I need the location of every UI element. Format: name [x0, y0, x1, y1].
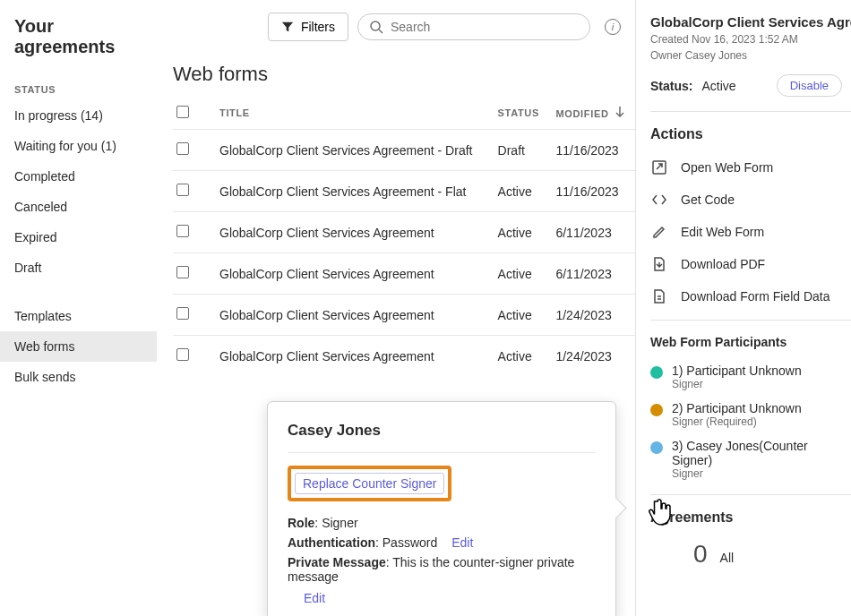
action-label: Open Web Form: [681, 160, 773, 175]
sidebar-group-item[interactable]: Web forms: [0, 331, 157, 362]
search-field[interactable]: [357, 13, 590, 40]
action-pdf[interactable]: Download PDF: [650, 248, 851, 280]
filter-icon: [281, 21, 294, 33]
table-row[interactable]: GlobalCorp Client Services AgreementActi…: [173, 295, 635, 336]
row-checkbox[interactable]: [176, 184, 189, 196]
row-status: Draft: [491, 130, 549, 171]
edit-icon: [650, 224, 668, 240]
row-checkbox[interactable]: [176, 142, 189, 155]
search-icon: [369, 20, 383, 34]
info-icon[interactable]: i: [605, 19, 621, 35]
code-icon: [650, 192, 668, 208]
row-status: Active: [491, 212, 549, 253]
action-code[interactable]: Get Code: [650, 184, 851, 216]
row-title: GlobalCorp Client Services Agreement - F…: [212, 171, 491, 212]
participant-row[interactable]: 2) Participant UnknownSigner (Required): [650, 396, 851, 433]
action-download[interactable]: Download Form Field Data: [650, 280, 851, 312]
status-heading: STATUS: [0, 79, 157, 100]
participant-name: 2) Participant Unknown: [672, 401, 802, 415]
detail-owner: Owner Casey Jones: [650, 49, 851, 62]
participant-popover: Casey Jones Replace Counter Signer Role:…: [267, 401, 616, 616]
sidebar-group-item[interactable]: Bulk sends: [0, 362, 157, 392]
auth-label: Authentication: [288, 535, 375, 550]
agreements-heading: Agreements: [650, 494, 851, 535]
sidebar-status-item[interactable]: Expired: [0, 222, 157, 252]
sidebar-group-item[interactable]: Templates: [0, 301, 157, 331]
row-status: Active: [491, 336, 549, 377]
search-input[interactable]: [391, 20, 579, 34]
participant-dot-icon: [650, 441, 663, 454]
sidebar-status-item[interactable]: Completed: [0, 161, 157, 192]
action-label: Edit Web Form: [681, 225, 764, 239]
agreements-count: 0: [693, 540, 708, 569]
table-row[interactable]: GlobalCorp Client Services Agreement - D…: [173, 130, 635, 171]
table-row[interactable]: GlobalCorp Client Services AgreementActi…: [173, 212, 635, 253]
table-row[interactable]: GlobalCorp Client Services AgreementActi…: [173, 253, 635, 295]
row-modified: 11/16/2023: [548, 171, 635, 212]
participant-dot-icon: [650, 404, 663, 416]
row-title: GlobalCorp Client Services Agreement: [212, 212, 491, 253]
participant-role: Signer: [672, 378, 802, 390]
participant-name: 1) Participant Unknown: [672, 364, 802, 378]
table-row[interactable]: GlobalCorp Client Services Agreement - F…: [173, 171, 635, 212]
row-modified: 1/24/2023: [548, 295, 635, 336]
status-value: Active: [701, 79, 735, 93]
svg-point-0: [371, 21, 380, 30]
page-title: Your agreements: [0, 16, 157, 79]
row-modified: 11/16/2023: [548, 130, 635, 171]
sidebar-status-item[interactable]: Waiting for you (1): [0, 131, 157, 161]
row-checkbox[interactable]: [176, 266, 189, 278]
sidebar-status-item[interactable]: In progress (14): [0, 100, 157, 131]
action-label: Get Code: [681, 192, 735, 207]
col-title[interactable]: TITLE: [212, 97, 491, 130]
detail-title: GlobalCorp Client Services Agreement: [650, 14, 851, 30]
participant-row[interactable]: 3) Casey Jones(Counter Signer)Signer: [650, 433, 851, 485]
svg-line-1: [379, 30, 383, 33]
participant-row[interactable]: 1) Participant UnknownSigner: [650, 358, 851, 396]
sidebar-status-item[interactable]: Draft: [0, 252, 157, 283]
row-title: GlobalCorp Client Services Agreement: [212, 253, 491, 295]
col-modified[interactable]: MODIFIED: [548, 97, 635, 130]
replace-highlight: Replace Counter Signer: [288, 466, 451, 501]
action-label: Download Form Field Data: [681, 289, 830, 304]
action-open[interactable]: Open Web Form: [650, 151, 851, 184]
select-all-checkbox[interactable]: [176, 106, 189, 118]
row-status: Active: [491, 295, 549, 336]
replace-counter-signer-link[interactable]: Replace Counter Signer: [295, 473, 444, 494]
sort-down-icon: [615, 107, 624, 117]
actions-heading: Actions: [650, 112, 851, 151]
row-modified: 6/11/2023: [548, 212, 635, 253]
row-checkbox[interactable]: [176, 225, 189, 237]
row-checkbox[interactable]: [176, 348, 189, 361]
row-status: Active: [491, 171, 549, 212]
col-status[interactable]: STATUS: [491, 97, 549, 130]
webforms-table: TITLE STATUS MODIFIED GlobalCorp Client …: [173, 97, 635, 376]
pm-label: Private Message: [288, 555, 386, 569]
participant-role: Signer (Required): [672, 415, 802, 428]
status-label: Status:: [650, 79, 692, 93]
participants-heading: Web Form Participants: [650, 320, 851, 358]
edit-auth-link[interactable]: Edit: [451, 535, 473, 550]
action-edit[interactable]: Edit Web Form: [650, 216, 851, 248]
edit-pm-link[interactable]: Edit: [304, 591, 325, 605]
table-row[interactable]: GlobalCorp Client Services AgreementActi…: [173, 336, 635, 377]
filters-button[interactable]: Filters: [268, 13, 348, 41]
sidebar-status-item[interactable]: Canceled: [0, 192, 157, 222]
row-title: GlobalCorp Client Services Agreement - D…: [212, 130, 491, 171]
participant-role: Signer: [672, 467, 851, 480]
row-modified: 6/11/2023: [548, 253, 635, 295]
content-heading: Web forms: [173, 52, 635, 97]
row-checkbox[interactable]: [176, 307, 189, 320]
role-label: Role: [288, 516, 314, 530]
detail-created: Created Nov 16, 2023 1:52 AM: [650, 33, 851, 46]
disable-button[interactable]: Disable: [777, 74, 842, 97]
auth-value: Password: [383, 535, 437, 550]
participant-dot-icon: [650, 366, 663, 379]
filters-label: Filters: [301, 20, 335, 34]
open-icon: [650, 159, 668, 175]
row-title: GlobalCorp Client Services Agreement: [212, 336, 491, 377]
row-status: Active: [491, 253, 549, 295]
row-modified: 1/24/2023: [548, 336, 635, 377]
action-label: Download PDF: [681, 257, 765, 271]
role-value: Signer: [322, 516, 357, 530]
